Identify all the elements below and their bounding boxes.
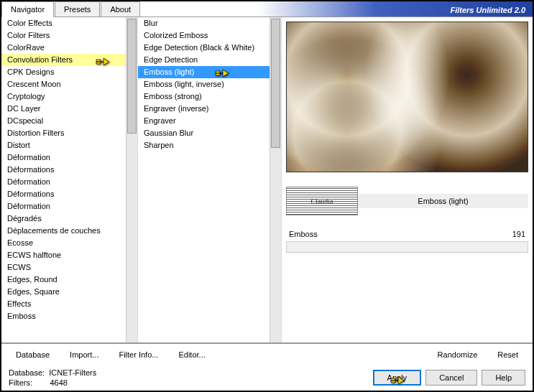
category-item[interactable]: Déformation xyxy=(1,200,126,213)
main-area: Color EffectsColor FiltersColorRaveConvo… xyxy=(1,17,533,343)
scrollbar-thumb[interactable] xyxy=(127,19,137,134)
filter-info-button[interactable]: Filter Info... xyxy=(109,348,168,361)
preview-pane: Claudia Emboss (light) Emboss 191 xyxy=(282,17,533,342)
category-item[interactable]: ColorRave xyxy=(1,42,126,54)
category-item[interactable]: CPK Designs xyxy=(1,66,126,78)
filter-item[interactable]: Edge Detection (Black & White) xyxy=(138,42,270,54)
category-item[interactable]: Déformations xyxy=(1,164,126,176)
apply-button[interactable]: Apply xyxy=(373,370,422,386)
category-item[interactable]: Ecosse xyxy=(1,237,126,249)
database-button[interactable]: Database xyxy=(6,348,60,361)
watermark-icon: Claudia xyxy=(286,187,358,215)
selected-filter-label: Emboss (light) xyxy=(358,194,528,208)
category-item[interactable]: Edges, Round xyxy=(1,274,126,286)
tab-navigator[interactable]: Navigator xyxy=(1,1,54,17)
header: Navigator Presets About Filters Unlimite… xyxy=(1,1,533,17)
filter-item[interactable]: Emboss (light) xyxy=(138,66,270,78)
param-label: Emboss xyxy=(289,230,318,238)
filter-list[interactable]: BlurColorized EmbossEdge Detection (Blac… xyxy=(138,17,270,342)
status-info: Database: ICNET-Filters Filters: 4648 xyxy=(9,368,96,388)
category-item[interactable]: Convolution Filters xyxy=(1,54,126,66)
randomize-button[interactable]: Randomize xyxy=(428,348,488,361)
filter-item[interactable]: Emboss (strong) xyxy=(138,90,270,103)
status-bar: Database: ICNET-Filters Filters: 4648 Ap… xyxy=(1,365,533,391)
category-item[interactable]: Effects xyxy=(1,298,126,310)
category-item[interactable]: Color Filters xyxy=(1,29,126,42)
tab-presets[interactable]: Presets xyxy=(55,1,100,17)
filter-item[interactable]: Edge Detection xyxy=(138,54,270,66)
filter-scrollbar[interactable] xyxy=(270,17,281,342)
category-item[interactable]: Déformation xyxy=(1,176,126,188)
category-column: Color EffectsColor FiltersColorRaveConvo… xyxy=(1,17,138,342)
param-value: 191 xyxy=(512,230,525,238)
scrollbar-thumb[interactable] xyxy=(271,19,280,148)
import-button[interactable]: Import... xyxy=(60,348,109,361)
filter-column: BlurColorized EmbossEdge Detection (Blac… xyxy=(138,17,282,342)
tab-about[interactable]: About xyxy=(101,1,140,17)
filter-item[interactable]: Colorized Emboss xyxy=(138,29,270,42)
category-scrollbar[interactable] xyxy=(126,17,137,342)
preview-image xyxy=(286,22,528,172)
filter-item[interactable]: Gaussian Blur xyxy=(138,127,270,139)
category-item[interactable]: Emboss xyxy=(1,310,126,322)
category-item[interactable]: Edges, Square xyxy=(1,286,126,298)
param-emboss-slider[interactable] xyxy=(286,241,528,253)
category-item[interactable]: Déformation xyxy=(1,151,126,164)
help-button[interactable]: Help xyxy=(482,370,525,386)
category-item[interactable]: DCspecial xyxy=(1,115,126,127)
toolbar: Database Import... Filter Info... Editor… xyxy=(1,343,533,365)
category-item[interactable]: ECWS halftone xyxy=(1,249,126,261)
tab-bar: Navigator Presets About xyxy=(1,1,141,17)
category-item[interactable]: Déformations xyxy=(1,188,126,200)
category-item[interactable]: DC Layer xyxy=(1,103,126,115)
category-item[interactable]: Crescent Moon xyxy=(1,78,126,90)
category-item[interactable]: Distortion Filters xyxy=(1,127,126,139)
category-item[interactable]: Cryptology xyxy=(1,90,126,103)
filter-item[interactable]: Emboss (light, inverse) xyxy=(138,78,270,90)
category-list[interactable]: Color EffectsColor FiltersColorRaveConvo… xyxy=(1,17,126,342)
category-item[interactable]: Distort xyxy=(1,139,126,151)
filter-title-row: Claudia Emboss (light) xyxy=(286,187,528,215)
filter-item[interactable]: Engraver (inverse) xyxy=(138,103,270,115)
category-item[interactable]: Dégradés xyxy=(1,213,126,225)
editor-button[interactable]: Editor... xyxy=(168,348,215,361)
filter-item[interactable]: Sharpen xyxy=(138,139,270,151)
dialog-buttons: Apply Cancel Help xyxy=(373,370,525,386)
app-title: Filters Unlimited 2.0 xyxy=(141,1,533,17)
reset-button[interactable]: Reset xyxy=(487,348,528,361)
param-emboss: Emboss 191 xyxy=(286,230,528,238)
category-item[interactable]: ECWS xyxy=(1,261,126,274)
cancel-button[interactable]: Cancel xyxy=(425,370,477,386)
filter-item[interactable]: Engraver xyxy=(138,115,270,127)
filter-item[interactable]: Blur xyxy=(138,17,270,29)
category-item[interactable]: Color Effects xyxy=(1,17,126,29)
category-item[interactable]: Déplacements de couches xyxy=(1,225,126,237)
